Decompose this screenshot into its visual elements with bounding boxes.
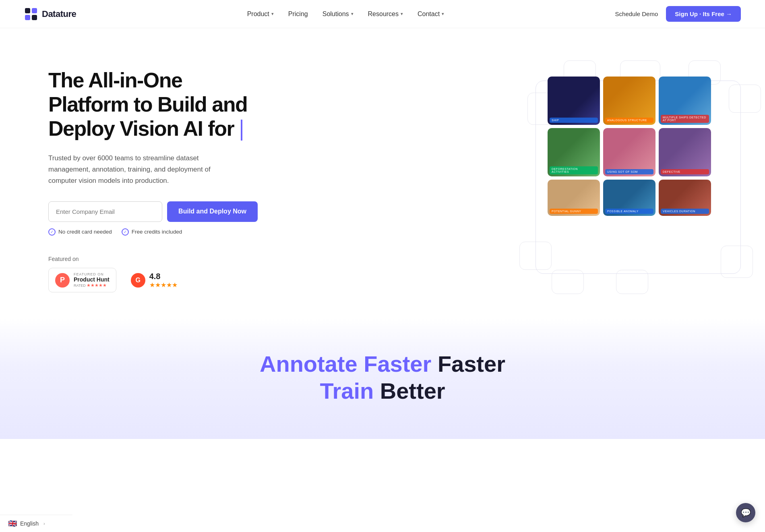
- image-label: DEFECTIVE: [661, 169, 709, 174]
- vision-image-cell: MULTIPLE SHIPS DETECTED AT PORT: [659, 77, 711, 125]
- featured-section: Featured on P FEATURED ON Product Hunt R…: [48, 256, 258, 293]
- image-label: DEFORESTATION ACTIVITIES: [550, 166, 598, 174]
- vision-image-cell: DEFECTIVE: [659, 128, 711, 176]
- email-input[interactable]: [48, 201, 162, 222]
- image-label: SHIP: [550, 118, 598, 123]
- hero-input-row: Build and Deploy Now: [48, 201, 258, 222]
- badge-free-credits: ✓ Free credits included: [122, 228, 182, 236]
- vision-image-cell: SHIP: [548, 77, 600, 125]
- nav-contact[interactable]: Contact ▾: [418, 10, 444, 18]
- signup-button[interactable]: Sign Up · Its Free →: [666, 6, 741, 22]
- hero-section: The All-in-One Platform to Build and Dep…: [0, 28, 765, 318]
- image-label: POSSIBLE ANOMALY: [605, 209, 653, 214]
- bottom-title: Annotate Faster Faster Train Better: [24, 350, 741, 404]
- nav-actions: Schedule Demo Sign Up · Its Free →: [615, 6, 741, 22]
- badge-no-credit-card: ✓ No credit card needed: [48, 228, 112, 236]
- logo[interactable]: Datature: [24, 7, 76, 21]
- hero-badges: ✓ No credit card needed ✓ Free credits i…: [48, 228, 258, 236]
- nav-pricing[interactable]: Pricing: [288, 10, 308, 18]
- image-label: ANALOGOUS STRUCTURE: [605, 118, 653, 123]
- vision-image-cell: POSSIBLE ANOMALY: [603, 180, 655, 216]
- image-label: POTENTIAL GUNNY: [550, 209, 598, 214]
- check-icon: ✓: [48, 228, 56, 236]
- svg-rect-0: [25, 8, 30, 13]
- text-cursor: [241, 120, 242, 141]
- vision-image-cell: POTENTIAL GUNNY: [548, 180, 600, 216]
- image-label: VEHICLES DURATION: [661, 209, 709, 214]
- nav-links: Product ▾ Pricing Solutions ▾ Resources …: [247, 10, 445, 18]
- svg-rect-1: [32, 8, 37, 13]
- nav-product[interactable]: Product ▾: [247, 10, 274, 18]
- svg-rect-3: [32, 15, 37, 20]
- image-label: MULTIPLE SHIPS DETECTED AT PORT: [661, 115, 709, 123]
- chevron-down-icon: ▾: [442, 11, 444, 17]
- vision-image-cell: ANALOGOUS STRUCTURE: [603, 77, 655, 125]
- bottom-section: Annotate Faster Faster Train Better: [0, 318, 765, 439]
- product-hunt-badge[interactable]: P FEATURED ON Product Hunt RATED ★★★★★: [48, 268, 116, 292]
- featured-badges-row: P FEATURED ON Product Hunt RATED ★★★★★ G…: [48, 268, 258, 293]
- nav-resources[interactable]: Resources ▾: [368, 10, 403, 18]
- image-grid: SHIP ANALOGOUS STRUCTURE MULTIPLE SHIPS …: [548, 77, 741, 216]
- chevron-down-icon: ▾: [401, 11, 403, 17]
- navbar: Datature Product ▾ Pricing Solutions ▾ R…: [0, 0, 765, 28]
- hero-visual: SHIP ANALOGOUS STRUCTURE MULTIPLE SHIPS …: [540, 60, 741, 294]
- cta-button[interactable]: Build and Deploy Now: [167, 201, 258, 222]
- svg-rect-2: [25, 15, 30, 20]
- hero-subtitle: Trusted by over 6000 teams to streamline…: [48, 153, 234, 186]
- chevron-down-icon: ▾: [271, 11, 274, 17]
- featured-label: Featured on: [48, 256, 258, 262]
- product-hunt-icon: P: [55, 273, 70, 288]
- vision-image-cell: VEHICLES DURATION: [659, 180, 711, 216]
- nav-solutions[interactable]: Solutions ▾: [323, 10, 354, 18]
- hero-title: The All-in-One Platform to Build and Dep…: [48, 68, 258, 141]
- image-label: USING SOT OF SOM: [605, 169, 653, 174]
- check-icon: ✓: [122, 228, 129, 236]
- g2-badge[interactable]: G 4.8 ★★★★★: [124, 268, 184, 293]
- g2-icon: G: [131, 273, 145, 288]
- logo-text: Datature: [42, 9, 76, 19]
- chevron-down-icon: ▾: [351, 11, 354, 17]
- schedule-demo-button[interactable]: Schedule Demo: [615, 10, 658, 17]
- hero-content: The All-in-One Platform to Build and Dep…: [48, 60, 258, 293]
- vision-image-cell: USING SOT OF SOM: [603, 128, 655, 176]
- vision-image-cell: DEFORESTATION ACTIVITIES: [548, 128, 600, 176]
